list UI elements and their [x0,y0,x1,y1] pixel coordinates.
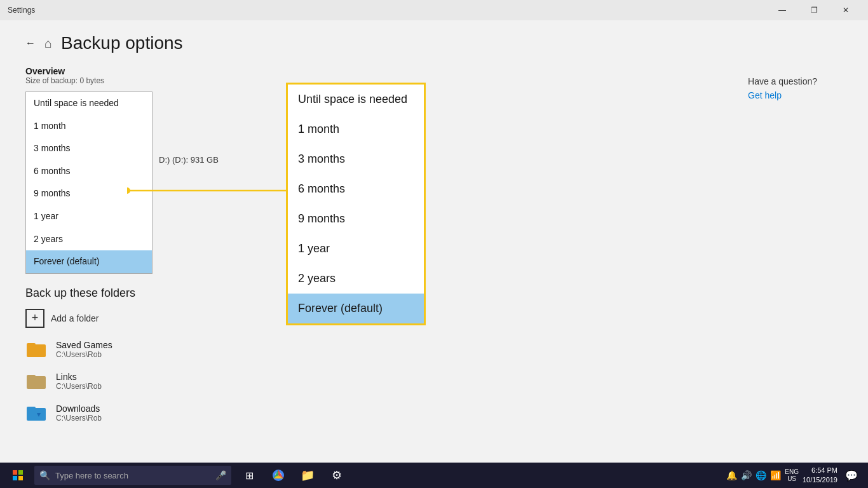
notification-button[interactable]: 💬 [841,463,862,488]
minimize-button[interactable]: — [768,0,797,20]
date-display: 10/15/2019 [803,475,837,485]
popup-dropdown-item[interactable]: 3 months [288,144,424,174]
folder-name: Links [56,372,102,382]
dropdown-item[interactable]: 1 month [26,115,152,138]
settings-icon: ⚙ [332,468,342,482]
maximize-button[interactable]: ❐ [799,0,829,20]
connector-line [127,187,292,194]
dropdown-item[interactable]: 3 months [26,137,152,160]
svg-rect-10 [18,470,23,475]
popup-dropdown-item[interactable]: Forever (default) [288,294,424,323]
dropdown-item[interactable]: Until space is needed [26,92,152,115]
overview-title: Overview [25,66,843,76]
popup-dropdown-item[interactable]: 1 month [288,114,424,144]
volume-icon[interactable]: 🔊 [741,470,752,480]
popup-dropdown-item[interactable]: 9 months [288,204,424,234]
svg-rect-3 [27,375,36,379]
dropdown-container: Until space is needed1 month3 months6 mo… [25,92,843,274]
time-display: 6:54 PM [803,466,837,475]
titlebar-left: Settings [8,6,35,15]
titlebar-controls: — ❐ ✕ [768,0,860,20]
add-icon: + [25,309,44,328]
folder-icon [25,370,48,393]
svg-rect-12 [18,476,23,480]
svg-rect-11 [13,476,17,480]
overview-subtitle: Size of backup: 0 bytes [25,76,843,85]
close-button[interactable]: ✕ [831,0,860,20]
popup-dropdown-item[interactable]: Until space is needed [288,85,424,114]
overview-section: Overview Size of backup: 0 bytes [25,66,843,85]
add-folder-button[interactable]: + Add a folder [25,309,843,328]
folder-icon [25,402,48,424]
notification-icon: 💬 [845,470,858,482]
settings-button[interactable]: ⚙ [323,463,351,488]
back-button[interactable]: ← [25,37,36,49]
folder-item: LinksC:\Users\Rob [25,370,843,393]
titlebar-title: Settings [8,6,35,15]
folder-info: LinksC:\Users\Rob [56,372,102,391]
dropdown-list[interactable]: Until space is needed1 month3 months6 mo… [25,92,153,274]
microphone-icon[interactable]: 🎤 [215,470,226,480]
folders-title: Back up these folders [25,287,843,300]
clock[interactable]: 6:54 PM 10/15/2019 [803,466,837,485]
network-icon[interactable]: 🔔 [726,470,737,480]
folder-item: Saved GamesC:\Users\Rob [25,338,843,361]
folder-info: DownloadsC:\Users\Rob [56,403,102,423]
folder-path: C:\Users\Rob [56,382,102,391]
popup-dropdown[interactable]: Until space is needed1 month3 months6 mo… [286,83,426,325]
dropdown-item[interactable]: 1 year [26,205,152,228]
popup-dropdown-item[interactable]: 2 years [288,264,424,294]
task-view-button[interactable]: ⊞ [235,463,263,488]
svg-point-8 [127,187,130,194]
language-indicator[interactable]: ENG US [785,468,799,482]
page-title: Backup options [61,33,182,53]
windows-icon [13,470,23,480]
folder-item: DownloadsC:\Users\Rob [25,402,843,424]
folder-name: Saved Games [56,340,112,350]
folder-info: Saved GamesC:\Users\Rob [56,340,112,359]
dropdown-item[interactable]: 2 years [26,228,152,251]
dropdown-item[interactable]: 9 months [26,182,152,205]
explorer-icon: 📁 [301,468,315,482]
dropdown-item[interactable]: Forever (default) [26,250,152,273]
folder-path: C:\Users\Rob [56,414,102,423]
chrome-icon [272,469,285,482]
content-area: ← ⌂ Backup options Overview Size of back… [0,20,868,463]
search-placeholder: Type here to search [55,471,210,480]
folders-section: Back up these folders + Add a folder Sav… [25,287,843,424]
battery-icon[interactable]: 🌐 [756,470,766,480]
system-tray: 🔔 🔊 🌐 📶 [726,470,781,480]
taskbar-apps: ⊞ 📁 ⚙ [235,463,351,488]
explorer-button[interactable]: 📁 [294,463,322,488]
start-button[interactable] [3,463,33,488]
search-icon: 🔍 [39,470,50,480]
folder-path: C:\Users\Rob [56,350,112,359]
folder-name: Downloads [56,403,102,414]
help-question: Have a question? [748,76,817,86]
taskbar-right: 🔔 🔊 🌐 📶 ENG US 6:54 PM 10/15/2019 💬 [726,463,865,488]
svg-rect-1 [27,343,36,347]
chrome-button[interactable] [264,463,292,488]
titlebar: Settings — ❐ ✕ [0,0,868,20]
popup-dropdown-item[interactable]: 1 year [288,234,424,264]
dropdown-item[interactable]: 6 months [26,160,152,183]
svg-rect-9 [13,470,17,475]
home-icon: ⌂ [44,36,52,51]
add-folder-label: Add a folder [51,313,99,323]
page-header: ← ⌂ Backup options [25,33,843,53]
drive-info: D:) (D:): 931 GB [159,155,219,165]
taskbar-search-bar[interactable]: 🔍 Type here to search 🎤 [34,466,231,485]
folder-icon [25,338,48,361]
get-help-link[interactable]: Get help [748,90,782,100]
folder-list: Saved GamesC:\Users\Rob LinksC:\Users\Ro… [25,338,843,424]
task-view-icon: ⊞ [245,470,254,482]
taskbar: 🔍 Type here to search 🎤 ⊞ 📁 ⚙ 🔔 [0,463,868,488]
popup-dropdown-item[interactable]: 6 months [288,174,424,204]
svg-rect-5 [27,407,36,410]
wifi-icon[interactable]: 📶 [770,470,781,480]
help-section: Have a question? Get help [748,76,817,100]
